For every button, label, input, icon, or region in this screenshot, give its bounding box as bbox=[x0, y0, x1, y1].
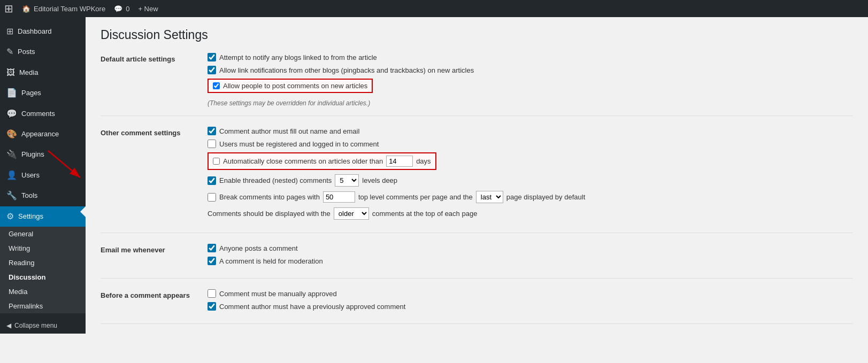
wp-logo-icon: ⊞ bbox=[4, 2, 13, 15]
collapse-icon: ◀ bbox=[6, 322, 11, 329]
break-pages-input[interactable] bbox=[323, 191, 355, 203]
collapse-menu-button[interactable]: ◀ Collapse menu bbox=[0, 318, 86, 334]
threaded-label-before: Enable threaded (nested) comments bbox=[219, 176, 332, 184]
author-fill-label: Comment author must fill out name and em… bbox=[219, 127, 359, 135]
default-article-section: Default article settings Attempt to noti… bbox=[101, 53, 853, 116]
email-whenever-label: Email me whenever bbox=[101, 244, 208, 269]
held-moderation-row: A comment is held for moderation bbox=[208, 257, 853, 265]
sidebar-item-media[interactable]: 🖼 Media bbox=[0, 63, 86, 83]
author-fill-row: Comment author must fill out name and em… bbox=[208, 127, 853, 135]
notify-blogs-checkbox[interactable] bbox=[208, 53, 216, 61]
sidebar-label-dashboard: Dashboard bbox=[18, 27, 52, 36]
display-order-label-before: Comments should be displayed with the bbox=[208, 210, 331, 218]
sidebar-item-appearance[interactable]: 🎨 Appearance bbox=[0, 124, 86, 144]
submenu-permalinks[interactable]: Permalinks bbox=[0, 299, 86, 313]
submenu-writing[interactable]: Writing bbox=[0, 241, 86, 256]
admin-bar: ⊞ 🏠 Editorial Team WPKore 💬 0 + New bbox=[0, 0, 868, 17]
sidebar-item-dashboard[interactable]: ⊞ Dashboard bbox=[0, 21, 86, 42]
threaded-levels-select[interactable]: 5 234678910 bbox=[335, 174, 359, 187]
tools-icon: 🔧 bbox=[6, 190, 17, 202]
link-notifications-label: Allow link notifications from other blog… bbox=[219, 66, 474, 74]
sidebar-label-pages: Pages bbox=[21, 88, 41, 98]
manual-approve-checkbox[interactable] bbox=[208, 289, 216, 298]
notify-blogs-label: Attempt to notify any blogs linked to fr… bbox=[219, 53, 377, 61]
prev-approved-checkbox[interactable] bbox=[208, 302, 216, 311]
sidebar-item-pages[interactable]: 📄 Pages bbox=[0, 83, 86, 103]
site-name-item[interactable]: 🏠 Editorial Team WPKore bbox=[22, 5, 105, 13]
sidebar-item-comments[interactable]: 💬 Comments bbox=[0, 104, 86, 124]
display-order-select[interactable]: older newer bbox=[334, 207, 369, 220]
prev-approved-label: Comment author must have a previously ap… bbox=[219, 303, 405, 311]
dashboard-icon: ⊞ bbox=[6, 26, 13, 37]
sidebar-item-plugins[interactable]: 🔌 Plugins bbox=[0, 144, 86, 165]
sidebar-label-posts: Posts bbox=[18, 47, 35, 57]
sidebar-item-users[interactable]: 👤 Users bbox=[0, 165, 86, 186]
display-order-row: Comments should be displayed with the ol… bbox=[208, 207, 853, 220]
anyone-posts-checkbox[interactable] bbox=[208, 244, 216, 252]
settings-submenu: General Writing Reading Discussion Media… bbox=[0, 227, 86, 313]
sidebar-label-tools: Tools bbox=[21, 191, 37, 200]
wp-logo-item[interactable]: ⊞ bbox=[4, 2, 13, 15]
comment-icon: 💬 bbox=[114, 5, 122, 13]
sidebar-label-settings: Settings bbox=[18, 212, 43, 221]
submenu-general[interactable]: General bbox=[0, 227, 86, 241]
anyone-posts-row: Anyone posts a comment bbox=[208, 244, 853, 252]
registered-only-label: Users must be registered and logged in t… bbox=[219, 140, 379, 148]
appearance-icon: 🎨 bbox=[6, 128, 17, 140]
allow-comments-highlighted-row: Allow people to post comments on new art… bbox=[208, 79, 373, 93]
before-comment-controls: Comment must be manually approved Commen… bbox=[208, 289, 853, 315]
display-order-label-after: comments at the top of each page bbox=[372, 210, 478, 218]
pages-icon: 📄 bbox=[6, 87, 17, 99]
auto-close-checkbox[interactable] bbox=[213, 158, 220, 165]
site-name: Editorial Team WPKore bbox=[34, 5, 105, 13]
sidebar-item-posts[interactable]: ✎ Posts bbox=[0, 42, 86, 62]
link-notifications-row: Allow link notifications from other blog… bbox=[208, 66, 853, 74]
sidebar-item-settings[interactable]: ⚙ Settings bbox=[0, 206, 86, 227]
comments-item[interactable]: 💬 0 bbox=[114, 5, 129, 13]
comments-nav-icon: 💬 bbox=[6, 108, 17, 120]
prev-approved-row: Comment author must have a previously ap… bbox=[208, 302, 853, 311]
submenu-media[interactable]: Media bbox=[0, 284, 86, 299]
before-comment-section: Before a comment appears Comment must be… bbox=[101, 289, 853, 324]
sidebar-label-appearance: Appearance bbox=[21, 129, 59, 139]
email-whenever-controls: Anyone posts a comment A comment is held… bbox=[208, 244, 853, 269]
sidebar-label-comments: Comments bbox=[21, 109, 55, 119]
settings-icon: ⚙ bbox=[6, 211, 14, 222]
posts-icon: ✎ bbox=[6, 46, 13, 58]
email-whenever-section: Email me whenever Anyone posts a comment… bbox=[101, 244, 853, 279]
submenu-reading[interactable]: Reading bbox=[0, 256, 86, 270]
auto-close-row: Automatically close comments on articles… bbox=[208, 152, 436, 170]
before-comment-label: Before a comment appears bbox=[101, 289, 208, 315]
link-notifications-checkbox[interactable] bbox=[208, 66, 216, 74]
allow-comments-checkbox[interactable] bbox=[213, 82, 220, 89]
break-pages-checkbox[interactable] bbox=[208, 193, 216, 202]
other-comment-controls: Comment author must fill out name and em… bbox=[208, 127, 853, 224]
registered-only-checkbox[interactable] bbox=[208, 140, 216, 148]
threaded-label-after: levels deep bbox=[362, 176, 397, 184]
threaded-comments-row: Enable threaded (nested) comments 5 2346… bbox=[208, 174, 853, 187]
submenu-discussion[interactable]: Discussion bbox=[0, 270, 86, 284]
author-fill-checkbox[interactable] bbox=[208, 127, 216, 135]
break-pages-label-mid: top level comments per page and the bbox=[358, 193, 473, 201]
break-pages-row: Break comments into pages with top level… bbox=[208, 191, 853, 203]
users-icon: 👤 bbox=[6, 169, 17, 181]
default-article-controls: Attempt to notify any blogs linked to fr… bbox=[208, 53, 853, 107]
auto-close-days-input[interactable] bbox=[386, 156, 413, 167]
comments-count: 0 bbox=[126, 5, 129, 13]
sidebar-label-plugins: Plugins bbox=[21, 150, 44, 159]
main-content: Discussion Settings Default article sett… bbox=[86, 17, 868, 363]
new-item[interactable]: + New bbox=[138, 5, 158, 13]
new-label: + New bbox=[138, 5, 158, 13]
held-moderation-checkbox[interactable] bbox=[208, 257, 216, 265]
media-icon: 🖼 bbox=[6, 67, 15, 79]
article-settings-note: (These settings may be overridden for in… bbox=[208, 99, 853, 107]
break-pages-label-after: page displayed by default bbox=[506, 193, 585, 201]
allow-comments-label: Allow people to post comments on new art… bbox=[223, 82, 367, 90]
held-moderation-label: A comment is held for moderation bbox=[219, 257, 323, 265]
sidebar-item-tools[interactable]: 🔧 Tools bbox=[0, 186, 86, 206]
sidebar-arrow bbox=[80, 206, 86, 217]
break-pages-select[interactable]: last first bbox=[476, 191, 503, 203]
threaded-comments-checkbox[interactable] bbox=[208, 176, 216, 185]
sidebar-label-users: Users bbox=[21, 171, 40, 180]
anyone-posts-label: Anyone posts a comment bbox=[219, 244, 298, 252]
